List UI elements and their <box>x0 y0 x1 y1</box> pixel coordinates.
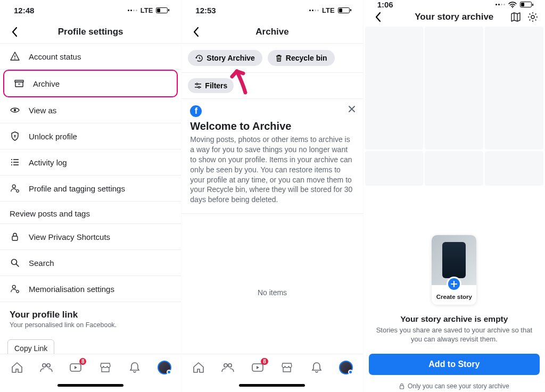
shield-icon <box>10 131 20 141</box>
filters-button[interactable]: Filters <box>188 78 234 93</box>
menu-item-profile-tagging[interactable]: Profile and tagging settings <box>0 176 181 202</box>
svg-point-19 <box>12 285 15 288</box>
svg-point-6 <box>14 135 16 137</box>
svg-rect-16 <box>12 236 18 240</box>
tab-home[interactable] <box>191 360 207 376</box>
list-icon <box>10 157 20 168</box>
status-bar: 12:53 LTE <box>181 0 362 20</box>
menu-item-label: View as <box>29 106 56 115</box>
lock-icon <box>10 231 20 242</box>
menu-item-label: Activity log <box>29 158 67 167</box>
privacy-note: Only you can see your story archive <box>364 379 545 392</box>
network-label: LTE <box>322 6 335 14</box>
recycle-bin-pill[interactable]: Recycle bin <box>268 50 335 66</box>
tab-watch[interactable]: 8 <box>250 360 266 376</box>
network-label: LTE <box>141 6 153 14</box>
no-items-label: No items <box>181 288 362 297</box>
tab-menu-avatar[interactable] <box>156 360 172 376</box>
back-button[interactable] <box>188 24 204 40</box>
close-button[interactable] <box>347 104 357 114</box>
signal-icon <box>496 4 505 5</box>
svg-point-14 <box>12 185 15 188</box>
tab-notifications[interactable] <box>309 360 325 376</box>
svg-point-27 <box>196 83 198 85</box>
tab-notifications[interactable] <box>127 360 143 376</box>
empty-title: Your story archive is empty <box>375 314 533 324</box>
wifi-icon <box>508 2 517 8</box>
menu-item-activity-log[interactable]: Activity log <box>0 149 181 176</box>
nav-header: Your story archive <box>364 9 545 25</box>
svg-point-21 <box>43 363 46 366</box>
tab-bar: 8 <box>0 354 181 380</box>
svg-point-12 <box>11 164 12 165</box>
tab-home[interactable] <box>9 360 25 376</box>
back-button[interactable] <box>6 24 22 40</box>
add-to-story-button[interactable]: Add to Story <box>369 354 540 375</box>
home-indicator[interactable] <box>181 380 362 392</box>
plus-icon <box>447 277 461 291</box>
menu-item-unlock-profile[interactable]: Unlock profile <box>0 123 181 149</box>
svg-point-8 <box>11 159 12 160</box>
archive-icon <box>14 78 24 89</box>
page-title: Profile settings <box>0 27 181 37</box>
tab-watch[interactable]: 8 <box>68 360 84 376</box>
gear-icon[interactable] <box>527 11 539 23</box>
menu-item-account-status[interactable]: Account status <box>0 44 181 70</box>
story-grid-tile <box>485 27 543 149</box>
story-grid <box>364 25 545 187</box>
svg-line-18 <box>16 264 19 267</box>
story-grid-tile <box>485 151 543 186</box>
pill-label: Filters <box>205 81 227 90</box>
menu-item-view-as[interactable]: View as <box>0 97 181 123</box>
menu-item-search[interactable]: Search <box>0 250 181 276</box>
screen-story-archive: 1:06 Your story archive <box>364 0 545 392</box>
tab-friends[interactable] <box>38 360 54 376</box>
tab-marketplace[interactable] <box>97 360 113 376</box>
privacy-note-text: Only you can see your story archive <box>408 382 509 390</box>
story-archive-pill[interactable]: Story Archive <box>188 50 262 66</box>
status-bar: 12:48 LTE <box>0 0 181 20</box>
status-time: 1:06 <box>377 0 393 9</box>
story-grid-tile <box>365 151 424 186</box>
home-indicator[interactable] <box>0 380 181 392</box>
trash-icon <box>275 54 283 62</box>
signal-icon <box>128 10 137 11</box>
status-time: 12:48 <box>14 6 34 15</box>
svg-rect-35 <box>400 386 403 389</box>
svg-point-29 <box>199 86 200 88</box>
menu-item-label: Archive <box>33 79 60 88</box>
menu-item-privacy-shortcuts[interactable]: View Privacy Shortcuts <box>0 224 181 250</box>
copy-link-button[interactable]: Copy Link <box>7 339 54 354</box>
tab-menu-avatar[interactable] <box>338 360 354 376</box>
menu-item-archive[interactable]: Archive <box>4 71 177 96</box>
svg-point-5 <box>14 109 16 111</box>
story-grid-tile <box>365 27 424 149</box>
welcome-card: f Welcome to Archive Moving posts, photo… <box>181 99 362 214</box>
back-button[interactable] <box>370 9 386 25</box>
welcome-body: Moving posts, photos or other items to a… <box>190 135 354 205</box>
sliders-icon <box>194 82 202 89</box>
status-time: 12:53 <box>195 6 216 15</box>
empty-state: Your story archive is empty Stories you … <box>364 305 545 349</box>
nav-header: Archive <box>181 20 362 44</box>
menu-item-archive-highlighted: Archive <box>3 70 178 97</box>
signal-icon <box>309 10 319 11</box>
menu-item-label: View Privacy Shortcuts <box>29 232 110 241</box>
battery-icon <box>338 7 351 13</box>
create-story-card[interactable]: Create story <box>432 235 476 305</box>
section-head-review: Review posts and tags <box>0 202 181 224</box>
story-grid-tile <box>425 151 483 186</box>
tab-friends[interactable] <box>220 360 236 376</box>
watch-badge: 8 <box>261 358 268 365</box>
tab-marketplace[interactable] <box>279 360 295 376</box>
history-icon <box>195 54 203 62</box>
menu-item-label: Memorialisation settings <box>29 285 114 294</box>
svg-point-33 <box>512 7 513 8</box>
profile-link-block: Your profile link Your personalised link… <box>0 302 181 332</box>
menu-item-memorialisation[interactable]: Memorialisation settings <box>0 276 181 302</box>
map-icon[interactable] <box>510 11 522 23</box>
screen-profile-settings: 12:48 LTE Profile settings Account statu… <box>0 0 181 392</box>
svg-point-22 <box>47 363 50 366</box>
page-title: Archive <box>181 27 362 37</box>
user-gear-icon <box>10 183 20 194</box>
